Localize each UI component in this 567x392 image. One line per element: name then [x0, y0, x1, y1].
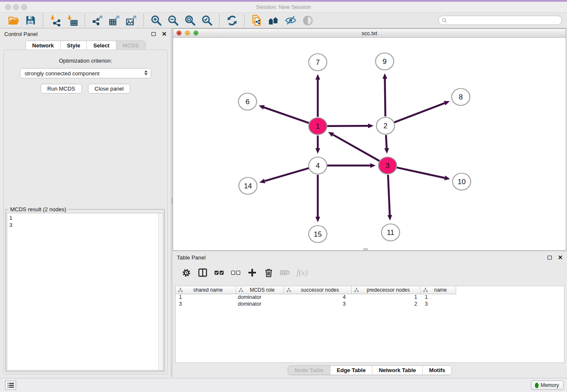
float-table-panel-icon[interactable]: [548, 256, 552, 259]
network-canvas[interactable]: 7968124314101511: [173, 38, 566, 250]
eye-slash-button[interactable]: [284, 14, 297, 27]
refresh-view-button[interactable]: [225, 14, 239, 27]
graph-node-11[interactable]: 11: [382, 224, 400, 241]
graph-node-7[interactable]: 7: [309, 54, 327, 71]
clone-network-button[interactable]: [250, 14, 264, 27]
mcds-result-textarea[interactable]: 1 3: [7, 213, 163, 370]
table-cell[interactable]: 4: [284, 294, 352, 301]
graph-arrowhead: [444, 101, 450, 105]
table-cell[interactable]: 1: [352, 294, 421, 301]
table-row[interactable]: 3dominator323: [176, 301, 564, 308]
tab-edge-table[interactable]: Edge Table: [330, 366, 372, 375]
zoom-fit-icon: [184, 15, 196, 26]
graph-node-9[interactable]: 9: [376, 53, 394, 70]
table-cell[interactable]: 3: [284, 301, 352, 308]
column-header-successor-nodes[interactable]: successor nodes: [284, 286, 352, 294]
tab-style[interactable]: Style: [61, 41, 87, 50]
column-header-shared-name[interactable]: shared name: [176, 286, 236, 294]
table-cell[interactable]: dominator: [236, 301, 284, 308]
graph-node-10[interactable]: 10: [453, 173, 471, 190]
graph-node-2[interactable]: 2: [377, 117, 395, 134]
graph-edge-1-2[interactable]: [327, 126, 368, 126]
zoom-in-button[interactable]: [149, 14, 163, 27]
close-panel-button[interactable]: Close panel: [88, 84, 131, 94]
run-mcds-button[interactable]: Run MCDS: [41, 84, 82, 94]
select-all-button[interactable]: [214, 268, 224, 278]
close-panel-icon[interactable]: ✕: [162, 31, 167, 36]
tab-select[interactable]: Select: [87, 41, 116, 50]
column-header-name[interactable]: name: [421, 286, 456, 294]
memory-button[interactable]: Memory: [531, 381, 564, 390]
global-search[interactable]: [438, 16, 562, 25]
table-cell[interactable]: 3: [421, 301, 456, 308]
import-network-button[interactable]: [49, 14, 62, 27]
add-row-button[interactable]: [247, 268, 257, 278]
zoom-selected-button[interactable]: [200, 14, 214, 27]
graph-node-label: 10: [458, 178, 466, 186]
gear-icon: [182, 268, 191, 277]
graph-node-3[interactable]: 3: [379, 157, 397, 174]
graph-node-14[interactable]: 14: [239, 177, 257, 194]
result-scrollbar[interactable]: [158, 213, 163, 370]
graph-edge-2-8[interactable]: [394, 103, 445, 123]
graph-node-4[interactable]: 4: [309, 157, 327, 174]
task-history-button[interactable]: [5, 381, 16, 390]
graph-node-8[interactable]: 8: [452, 88, 470, 105]
tab-network-table[interactable]: Network Table: [372, 366, 423, 375]
tab-network[interactable]: Network: [26, 41, 61, 50]
graph-edge-3-1[interactable]: [333, 135, 380, 161]
graph-arrowhead: [370, 163, 376, 168]
graph-edge-4-14[interactable]: [264, 168, 309, 181]
float-panel-icon[interactable]: [151, 32, 156, 36]
table-cell[interactable]: dominator: [236, 294, 284, 301]
graph-node-label: 2: [383, 122, 387, 130]
graph-node-1[interactable]: 1: [309, 118, 327, 135]
column-header-predecessor-nodes[interactable]: predecessor nodes: [352, 286, 421, 294]
export-image-button[interactable]: [124, 14, 138, 27]
open-session-button[interactable]: [7, 14, 20, 27]
search-input[interactable]: [449, 17, 561, 24]
clone-network-icon: [251, 14, 263, 26]
toolbar-separator: [143, 14, 144, 27]
graph-edge-2-9[interactable]: [385, 79, 385, 116]
graph-edge-2-3[interactable]: [386, 135, 387, 148]
tab-node-table[interactable]: Node Table: [288, 366, 330, 375]
column-header-MCDS-role[interactable]: MCDS role: [236, 286, 284, 294]
table-row[interactable]: 1dominator411: [176, 294, 564, 301]
graph-arrowhead: [383, 73, 387, 79]
refresh-icon: [226, 15, 238, 26]
canvas-resize-grip[interactable]: [363, 248, 368, 250]
column-selector-button[interactable]: [198, 268, 208, 278]
column-tree-icon: [178, 288, 183, 293]
delete-rows-button[interactable]: [264, 268, 274, 278]
node-table: shared nameMCDS rolesuccessor nodesprede…: [175, 286, 564, 363]
table-cell[interactable]: 3: [176, 301, 236, 308]
tab-motifs[interactable]: Motifs: [423, 366, 451, 375]
app-titlebar: Session: New Session: [0, 2, 567, 13]
table-settings-button[interactable]: [181, 268, 191, 278]
graph-node-label: 14: [244, 182, 252, 190]
graph-node-15[interactable]: 15: [309, 226, 327, 243]
graph-edge-1-6[interactable]: [264, 108, 309, 123]
table-cell[interactable]: 2: [352, 301, 421, 308]
save-session-button[interactable]: [24, 14, 37, 27]
control-panel-title: Control Panel: [4, 31, 38, 37]
network-window-titlebar[interactable]: ✕ – + scc.txt: [173, 29, 566, 38]
graph-edge-3-10[interactable]: [396, 168, 444, 178]
export-table-button[interactable]: [107, 14, 121, 27]
tab-mcds[interactable]: MCDS: [116, 41, 145, 50]
deselect-all-button[interactable]: [231, 268, 241, 278]
import-table-button[interactable]: [66, 14, 79, 27]
graph-arrowhead: [368, 124, 374, 128]
graph-node-6[interactable]: 6: [239, 93, 257, 110]
table-cell[interactable]: 1: [176, 294, 236, 301]
table-tabs: Node Table Edge Table Network Table Moti…: [173, 365, 567, 375]
zoom-fit-button[interactable]: [183, 14, 197, 27]
zoom-out-button[interactable]: [166, 14, 180, 27]
houses-button[interactable]: [267, 14, 281, 27]
criterion-dropdown[interactable]: strongly connected component: [20, 68, 151, 78]
table-cell[interactable]: 1: [421, 294, 456, 301]
graph-edge-3-11[interactable]: [388, 175, 390, 215]
export-network-button[interactable]: [91, 14, 104, 27]
close-table-panel-icon[interactable]: ✕: [558, 255, 563, 260]
